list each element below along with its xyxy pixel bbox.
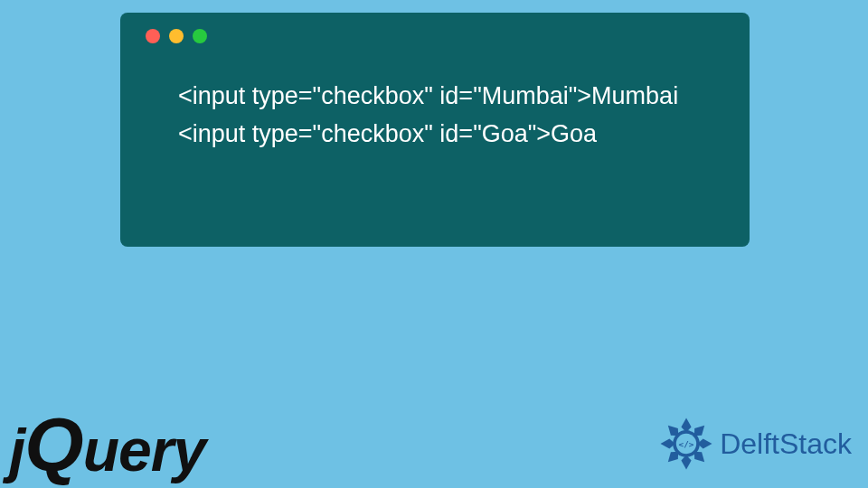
svg-text:</>: </> — [679, 439, 694, 449]
maximize-icon — [193, 29, 207, 43]
window-controls — [146, 29, 730, 43]
jquery-logo-j: j — [9, 416, 24, 484]
code-block: <input type="checkbox" id="Mumbai">Mumba… — [140, 78, 730, 154]
close-icon — [146, 29, 160, 43]
delftstack-logo: </> DelftStack — [658, 416, 852, 472]
delftstack-text: DelftStack — [720, 427, 852, 461]
jquery-logo-q: Q — [24, 422, 82, 467]
jquery-logo: j Q uery — [9, 416, 205, 484]
jquery-logo-rest: uery — [83, 416, 205, 484]
delftstack-gear-icon: </> — [658, 416, 714, 472]
code-line: <input type="checkbox" id="Goa">Goa — [178, 116, 730, 154]
code-line: <input type="checkbox" id="Mumbai">Mumba… — [178, 78, 730, 116]
minimize-icon — [169, 29, 184, 43]
code-window: <input type="checkbox" id="Mumbai">Mumba… — [120, 13, 750, 247]
